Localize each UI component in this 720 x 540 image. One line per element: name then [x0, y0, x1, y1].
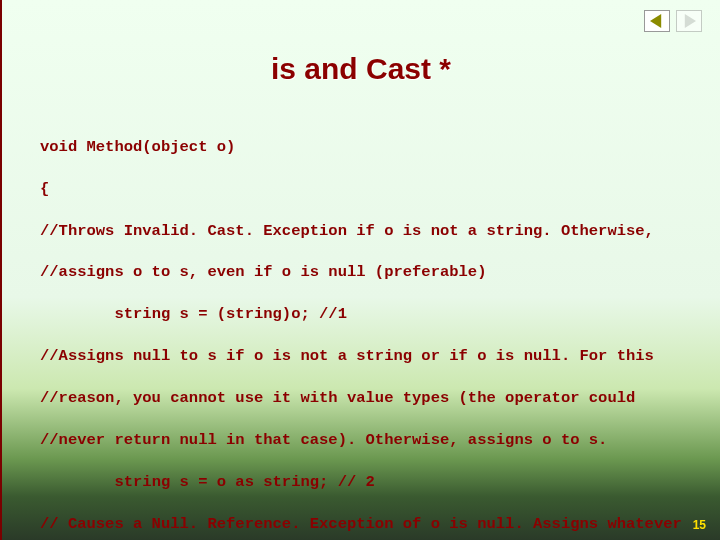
code-block: void Method(object o) { //Throws Invalid… [40, 116, 682, 540]
page-number: 15 [693, 518, 706, 532]
code-line: string s = o as string; // 2 [40, 472, 682, 493]
svg-marker-1 [685, 14, 696, 28]
nav-controls [644, 10, 702, 32]
code-line: void Method(object o) [40, 137, 682, 158]
code-line: { [40, 179, 682, 200]
code-line: //Throws Invalid. Cast. Exception if o i… [40, 221, 682, 242]
next-button[interactable] [676, 10, 702, 32]
code-line: //assigns o to s, even if o is null (pre… [40, 262, 682, 283]
slide-title: is and Cast * [2, 52, 720, 86]
code-line: // Causes a Null. Reference. Exception o… [40, 514, 682, 535]
code-line: string s = (string)o; //1 [40, 304, 682, 325]
svg-marker-0 [650, 14, 661, 28]
prev-button[interactable] [644, 10, 670, 32]
code-line: //reason, you cannot use it with value t… [40, 388, 682, 409]
code-line: //never return null in that case). Other… [40, 430, 682, 451]
next-arrow-icon [682, 14, 696, 28]
prev-arrow-icon [650, 14, 664, 28]
code-line: //Assigns null to s if o is not a string… [40, 346, 682, 367]
